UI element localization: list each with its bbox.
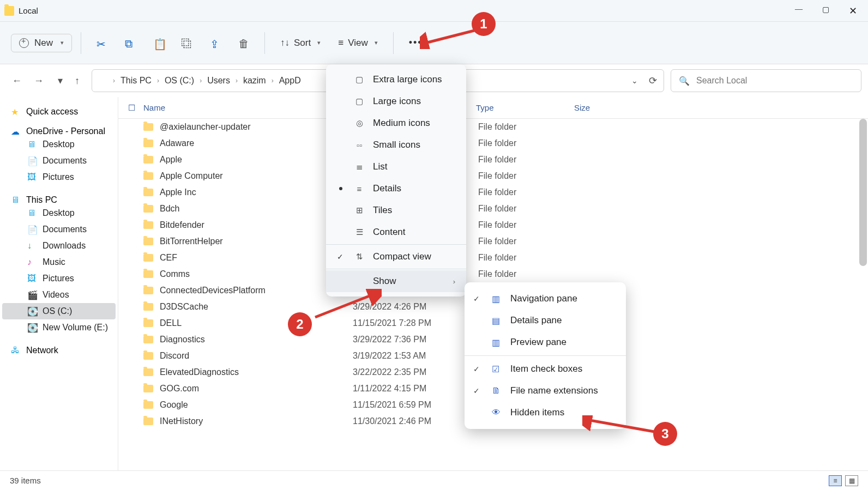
view-content[interactable]: ☰Content — [326, 221, 466, 243]
delete-button[interactable]: 🗑 — [232, 33, 256, 53]
file-row[interactable]: BitTorrentHelper File folder — [118, 233, 868, 250]
select-all-checkbox[interactable]: ☐ — [128, 103, 143, 113]
show-file-extensions[interactable]: ✓🗎File name extensions — [465, 380, 626, 402]
up-button[interactable]: ↑ — [75, 75, 80, 87]
sidebar-item-videos[interactable]: 🎬Videos — [2, 287, 116, 303]
sidebar-item-downloads[interactable]: ↓Downloads — [2, 238, 116, 254]
minimize-button[interactable]: — — [795, 5, 803, 17]
sidebar-quick-access[interactable]: ★ Quick access — [2, 107, 116, 117]
star-icon: ★ — [11, 107, 21, 117]
folder-icon — [143, 418, 153, 425]
show-preview-pane[interactable]: ✓▥Preview pane — [465, 331, 626, 353]
chevron-right-icon: › — [200, 77, 202, 84]
sidebar-item-music[interactable]: ♪Music — [2, 254, 116, 270]
view-tiles[interactable]: ⊞Tiles — [326, 199, 466, 221]
sidebar-item-pictures[interactable]: 🖼Pictures — [2, 270, 116, 287]
sidebar-item-documents[interactable]: 📄Documents — [2, 153, 116, 169]
window-title: Local — [19, 6, 38, 15]
details-view-toggle[interactable]: ≡ — [829, 475, 842, 486]
file-row[interactable]: Apple Inc File folder — [118, 184, 868, 201]
sidebar-network[interactable]: 🖧 Network — [2, 346, 116, 355]
sidebar-item-new-volume[interactable]: 💽New Volume (E:) — [2, 319, 116, 336]
icon: ≡ — [354, 184, 364, 193]
view-details[interactable]: ≡Details — [326, 178, 466, 199]
view-medium[interactable]: ◎Medium icons — [326, 112, 466, 134]
separator — [393, 32, 394, 54]
show-item-checkboxes[interactable]: ✓☑Item check boxes — [465, 358, 626, 380]
refresh-button[interactable]: ⟳ — [649, 75, 657, 87]
file-type: File folder — [478, 122, 576, 132]
view-icon: ≡ — [338, 38, 343, 49]
separator — [465, 355, 626, 356]
sidebar: ★ Quick access ☁ OneDrive - Personal 🖥De… — [0, 97, 118, 470]
separator — [326, 269, 466, 269]
file-name: Apple — [160, 155, 353, 165]
sidebar-this-pc[interactable]: 🖥 This PC — [2, 195, 116, 205]
file-row[interactable]: Apple Computer File folder — [118, 168, 868, 184]
view-list[interactable]: ≣List — [326, 156, 466, 178]
check-icon: ✓ — [337, 252, 343, 261]
breadcrumb[interactable]: Users — [207, 76, 230, 86]
thumbnails-view-toggle[interactable]: ▦ — [845, 475, 858, 486]
copy-button[interactable]: ⧉ — [118, 33, 142, 53]
sidebar-item-pictures[interactable]: 🖼Pictures — [2, 169, 116, 185]
cut-button[interactable]: ✂ — [90, 33, 114, 53]
view-extra-large[interactable]: ▢Extra large icons — [326, 69, 466, 90]
new-button[interactable]: New ▾ — [11, 34, 72, 52]
pane-icon: ▥ — [492, 337, 503, 348]
view-large[interactable]: ▢Large icons — [326, 90, 466, 112]
file-name: BitTorrentHelper — [160, 237, 353, 246]
file-row[interactable]: Comms File folder — [118, 266, 868, 282]
icon: ☰ — [354, 227, 364, 237]
show-submenu: ✓▥Navigation pane ✓▤Details pane ✓▥Previ… — [465, 282, 626, 429]
scrollbar[interactable] — [859, 119, 867, 266]
sidebar-label: This PC — [26, 195, 57, 205]
sidebar-item-desktop[interactable]: 🖥Desktop — [2, 136, 116, 153]
eye-icon: 👁 — [492, 408, 503, 418]
paste-button[interactable]: 📋 — [147, 33, 171, 53]
breadcrumb[interactable]: AppD — [279, 76, 301, 86]
address-dropdown[interactable]: ⌄ — [631, 76, 638, 85]
sidebar-onedrive[interactable]: ☁ OneDrive - Personal — [2, 126, 116, 136]
breadcrumb[interactable]: OS (C:) — [165, 76, 194, 86]
search-box[interactable]: 🔍 — [671, 69, 861, 92]
icon: ▢ — [354, 96, 364, 106]
icon: ▫▫ — [354, 141, 364, 150]
search-input[interactable] — [696, 76, 853, 86]
breadcrumb[interactable]: This PC — [120, 76, 152, 86]
sidebar-item-documents[interactable]: 📄Documents — [2, 221, 116, 238]
annotation-2: 2 — [288, 312, 312, 336]
forward-button[interactable]: → — [34, 75, 44, 87]
back-button[interactable]: ← — [12, 75, 22, 87]
sidebar-item-os-c[interactable]: 💽OS (C:) — [2, 303, 116, 319]
rename-button[interactable]: ⿻ — [175, 33, 199, 53]
file-row[interactable]: Apple File folder — [118, 152, 868, 168]
file-row[interactable]: CEF File folder — [118, 250, 868, 266]
file-row[interactable]: @axielauncher-updater File folder — [118, 119, 868, 135]
col-name[interactable]: Name˄ — [143, 103, 351, 112]
view-compact[interactable]: ✓⇅Compact view — [326, 246, 466, 268]
show-details-pane[interactable]: ✓▤Details pane — [465, 310, 626, 331]
close-button[interactable]: ✕ — [849, 5, 857, 17]
file-type: File folder — [478, 220, 576, 230]
folder-icon — [143, 123, 153, 131]
view-small[interactable]: ▫▫Small icons — [326, 134, 466, 156]
sort-button[interactable]: ↑↓ Sort ▾ — [274, 33, 327, 53]
file-row[interactable]: Adaware File folder — [118, 135, 868, 152]
breadcrumb[interactable]: kazim — [243, 76, 266, 86]
sidebar-item-desktop[interactable]: 🖥Desktop — [2, 205, 116, 221]
show-navigation-pane[interactable]: ✓▥Navigation pane — [465, 288, 626, 310]
share-button[interactable]: ⇪ — [203, 33, 227, 53]
chevron-down-icon: ▾ — [317, 39, 321, 46]
col-type[interactable]: Type — [476, 103, 574, 112]
file-icon: 🗎 — [492, 386, 503, 396]
column-headers: ☐ Name˄ Date modified Type Size — [118, 97, 868, 119]
file-name: Bdch — [160, 204, 353, 214]
file-row[interactable]: Bdch File folder — [118, 201, 868, 217]
recent-dropdown[interactable]: ▾ — [58, 75, 63, 87]
folder-icon — [143, 352, 153, 360]
view-button[interactable]: ≡ View ▾ — [331, 33, 384, 53]
col-size[interactable]: Size — [574, 103, 640, 112]
maximize-button[interactable]: ▢ — [822, 5, 829, 17]
file-row[interactable]: Bitdefender File folder — [118, 217, 868, 233]
